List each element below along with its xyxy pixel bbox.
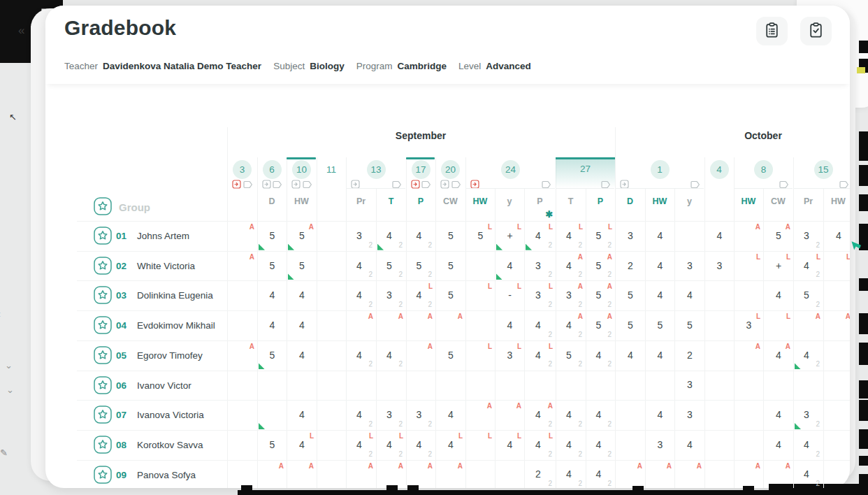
grade-cell[interactable]: 52L <box>586 222 615 251</box>
grade-cell[interactable]: 42L <box>407 281 435 310</box>
grade-cell[interactable]: 4 <box>705 222 734 251</box>
grade-cell[interactable]: A <box>616 461 645 488</box>
date-header[interactable]: 3 <box>233 160 252 179</box>
grade-cell[interactable]: 3 <box>616 222 645 251</box>
student-star-icon[interactable] <box>94 227 112 245</box>
grade-cell[interactable]: 3 <box>675 371 704 401</box>
lesson-type-label[interactable]: CW <box>435 196 465 207</box>
grade-cell[interactable]: 5 <box>616 311 645 340</box>
grade-cell[interactable]: 32 <box>347 222 376 251</box>
grade-cell[interactable]: A <box>436 311 465 340</box>
grade-cell[interactable]: 5L <box>466 222 495 251</box>
grade-cell[interactable]: 4 <box>646 401 674 430</box>
tag-icon[interactable] <box>243 179 253 188</box>
grade-cell[interactable]: 4 <box>764 401 793 430</box>
lesson-type-label[interactable]: HW <box>823 196 850 207</box>
grade-cell[interactable]: 3L <box>496 341 524 371</box>
grade-cell[interactable]: A <box>824 311 850 340</box>
grade-cell[interactable]: 5 <box>258 222 287 251</box>
grade-cell[interactable]: 5 <box>258 431 287 460</box>
grade-cell[interactable]: A <box>228 252 257 281</box>
grade-cell[interactable]: A <box>377 311 406 340</box>
grade-cell[interactable]: A <box>764 461 793 488</box>
grade-cell[interactable]: 52A <box>586 281 615 310</box>
date-header[interactable]: 11 <box>326 164 336 175</box>
grade-cell[interactable]: 42 <box>586 401 615 430</box>
grade-cell[interactable]: 5A <box>764 222 793 251</box>
grade-cell[interactable]: A <box>794 311 823 340</box>
grade-cell[interactable]: A <box>287 461 317 488</box>
lesson-icon[interactable] <box>620 179 630 188</box>
grade-cell[interactable]: 4 <box>646 222 674 251</box>
lesson-type-label[interactable]: CW <box>763 196 793 207</box>
grade-cell[interactable]: 4 <box>646 341 674 371</box>
grade-cell[interactable]: 3 <box>705 252 734 281</box>
grade-cell[interactable]: A <box>646 461 674 488</box>
grade-cell[interactable]: 5 <box>258 252 287 281</box>
grade-cell[interactable]: 4 <box>258 311 287 340</box>
grade-cell[interactable]: A <box>436 461 465 488</box>
tag-icon[interactable] <box>451 179 461 188</box>
grade-cell[interactable]: 42 <box>556 401 586 430</box>
lesson-type-label[interactable]: P <box>406 196 435 207</box>
grade-cell[interactable]: 5A <box>287 222 317 251</box>
grade-cell[interactable]: 5 <box>436 252 465 281</box>
grade-cell[interactable]: 32L <box>525 281 556 310</box>
grade-cell[interactable]: 42L <box>347 431 376 460</box>
lesson-type-label[interactable]: y <box>674 196 704 207</box>
lesson-icon[interactable] <box>232 179 242 188</box>
grade-cell[interactable]: 42 <box>347 401 376 430</box>
grade-cell[interactable]: 4 <box>287 281 317 310</box>
grade-cell[interactable]: 2 <box>675 341 704 371</box>
grade-cell[interactable]: A <box>347 311 376 340</box>
grade-cell[interactable]: L <box>764 311 793 340</box>
grade-cell[interactable]: 42 <box>586 431 615 460</box>
group-star-icon[interactable] <box>94 197 112 215</box>
collapse-sidebar-icon[interactable]: « <box>18 24 24 38</box>
grade-cell[interactable]: A <box>258 461 287 488</box>
grade-cell[interactable]: 42A <box>556 311 586 340</box>
date-header[interactable]: 27 <box>580 164 591 174</box>
grade-cell[interactable]: A <box>407 461 435 488</box>
lesson-type-label[interactable]: D <box>615 196 645 207</box>
tag-icon[interactable] <box>303 179 312 188</box>
grade-cell[interactable]: 32 <box>525 252 556 281</box>
grade-cell[interactable]: A <box>735 222 763 251</box>
grade-cell[interactable]: 4 <box>258 281 287 310</box>
grade-cell[interactable]: 5 <box>616 281 645 310</box>
grade-cell[interactable]: 42 <box>586 461 615 488</box>
grade-cell[interactable]: 4L <box>287 431 317 460</box>
grade-cell[interactable]: 42 <box>794 341 823 371</box>
date-header[interactable]: 24 <box>501 160 520 179</box>
tag-icon[interactable] <box>392 179 402 188</box>
grade-cell[interactable]: 42 <box>347 341 376 371</box>
grade-cell[interactable]: A <box>735 341 763 371</box>
lesson-type-label[interactable]: Pr <box>793 196 823 207</box>
grade-cell[interactable]: 4 <box>824 222 850 251</box>
grade-cell[interactable]: A <box>496 401 524 430</box>
grade-cell[interactable]: 5 <box>287 252 317 281</box>
grade-cell[interactable]: 4 <box>764 281 793 310</box>
attendance-check-button[interactable] <box>800 17 832 45</box>
date-header[interactable]: 13 <box>367 160 386 179</box>
grade-cell[interactable]: L <box>466 281 495 310</box>
grade-cell[interactable]: A <box>735 461 763 488</box>
grade-cell[interactable]: 52 <box>794 281 823 310</box>
grade-cell[interactable]: 42A <box>556 252 586 281</box>
grade-cell[interactable]: 4 <box>287 401 317 430</box>
grade-cell[interactable]: 32A <box>556 281 586 310</box>
lesson-type-label[interactable]: T <box>556 196 586 207</box>
grade-cell[interactable]: L <box>466 431 495 460</box>
grade-cell[interactable]: 42L <box>525 222 556 251</box>
grade-cell[interactable]: 42L <box>525 341 556 371</box>
grade-cell[interactable]: 2 <box>616 252 645 281</box>
grade-cell[interactable]: 42 <box>794 431 823 460</box>
tag-icon[interactable] <box>839 179 849 188</box>
grade-cell[interactable]: 4 <box>764 431 793 460</box>
grade-cell[interactable]: 4 <box>616 341 645 371</box>
date-header[interactable]: 6 <box>263 160 282 179</box>
grade-cell[interactable]: A <box>228 222 257 251</box>
grade-cell[interactable]: A <box>407 311 435 340</box>
grade-cell[interactable]: 4A <box>764 341 793 371</box>
grade-cell[interactable]: 4 <box>496 311 524 340</box>
